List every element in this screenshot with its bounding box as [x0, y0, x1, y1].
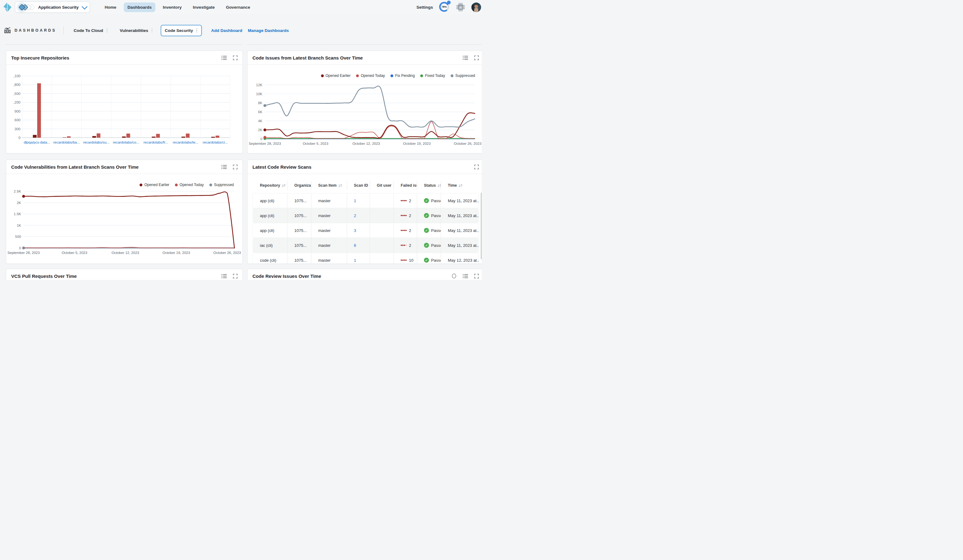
- cell-failed-issues: 2: [394, 238, 417, 253]
- x-axis-tick-label: October 5, 2023: [303, 142, 328, 146]
- manage-dashboards-link[interactable]: Manage Dashboards: [248, 28, 289, 33]
- primary-nav: HomeDashboardsInventoryInvestigateGovern…: [101, 2, 254, 12]
- panel-top-insecure-repositories: Top Insecure Repositories ,100,800,500,2…: [6, 50, 243, 154]
- list-view-icon[interactable]: [221, 165, 227, 169]
- column-header-failed-issu[interactable]: Failed issu: [394, 181, 417, 190]
- expand-icon[interactable]: [474, 274, 479, 278]
- dashboard-tab-code-security[interactable]: Code Security: [160, 25, 202, 36]
- list-view-icon[interactable]: [221, 55, 227, 60]
- repository-link[interactable]: recardolabs/te...: [173, 141, 198, 144]
- expand-icon[interactable]: [233, 274, 238, 278]
- cell-scan-item: master: [311, 208, 347, 223]
- table-row[interactable]: code (cli)1075...master110✓PassedMay 12,…: [253, 253, 479, 264]
- sort-icon[interactable]: [282, 184, 286, 187]
- legend-item-suppressed[interactable]: Suppressed: [451, 73, 475, 78]
- scan-id-link[interactable]: 1: [354, 199, 356, 203]
- repository-link[interactable]: dlpqa/pcs-data...: [24, 141, 50, 144]
- column-header-scan-item[interactable]: Scan Item: [311, 181, 347, 190]
- nav-item-inventory[interactable]: Inventory: [159, 2, 185, 12]
- kebab-menu-icon[interactable]: [196, 28, 198, 33]
- column-header-time[interactable]: Time: [441, 181, 479, 190]
- repository-link[interactable]: recardolabs/fr...: [144, 141, 168, 144]
- y-axis-tick-label: 1K: [17, 223, 21, 227]
- nav-item-investigate[interactable]: Investigate: [189, 2, 219, 12]
- legend-item-opened-today[interactable]: Opened Today: [175, 183, 204, 187]
- kebab-menu-icon[interactable]: [106, 28, 108, 33]
- y-axis-tick-label: 0: [19, 246, 21, 250]
- column-header-scan-id[interactable]: Scan ID: [347, 181, 370, 190]
- legend-item-opened-earlier[interactable]: Opened Earlier: [139, 183, 169, 187]
- kebab-menu-icon[interactable]: [151, 28, 153, 33]
- sort-icon[interactable]: [437, 184, 441, 187]
- panel-title: Code Review Issues Over Time: [253, 274, 452, 279]
- cell-status: ✓Passed: [417, 253, 441, 264]
- expand-icon[interactable]: [233, 55, 238, 60]
- legend-dot-icon: [420, 74, 423, 77]
- dashboard-tab-code-to-cloud[interactable]: Code To Cloud: [70, 25, 112, 36]
- y-axis-tick-label: 500: [15, 235, 21, 238]
- legend-label: Opened Today: [180, 183, 204, 187]
- list-view-icon[interactable]: [221, 274, 227, 278]
- column-header-repository[interactable]: Repository: [253, 181, 287, 190]
- legend-item-fix-pending[interactable]: Fix Pending: [391, 73, 415, 78]
- legend-item-suppressed[interactable]: Suppressed: [209, 183, 234, 187]
- sort-icon[interactable]: [459, 184, 463, 187]
- legend-item-opened-earlier[interactable]: Opened Earlier: [321, 73, 351, 78]
- table-row[interactable]: app (cli)1075...master32✓PassedMay 11, 2…: [253, 223, 479, 238]
- ai-copilot-icon[interactable]: AI: [456, 2, 465, 12]
- scan-id-link[interactable]: 2: [354, 213, 356, 218]
- legend-item-opened-today[interactable]: Opened Today: [356, 73, 385, 78]
- product-selector-dropdown[interactable]: Application Security: [15, 2, 90, 13]
- expand-icon[interactable]: [474, 55, 479, 60]
- severity-dots-icon: [401, 215, 407, 216]
- list-view-icon[interactable]: [463, 55, 468, 60]
- nav-item-home[interactable]: Home: [101, 2, 120, 12]
- dashboard-tab-vulnerabilities[interactable]: Vulnerabilities: [116, 25, 157, 36]
- legend-item-fixed-today[interactable]: Fixed Today: [420, 73, 445, 78]
- repository-link[interactable]: recardolabs/ba...: [54, 141, 80, 144]
- progress-ring-value: 78%: [441, 5, 447, 8]
- cell-git-user: [370, 208, 394, 223]
- column-header-organizat[interactable]: Organizat: [287, 181, 311, 190]
- scan-id-link[interactable]: 1: [354, 258, 356, 263]
- cell-scan-id: 1: [347, 193, 370, 208]
- sort-icon[interactable]: [338, 184, 342, 187]
- repository-link[interactable]: recardolabs/co...: [113, 141, 139, 144]
- y-axis-tick-label: ,500: [14, 92, 21, 95]
- scan-id-link[interactable]: 3: [354, 228, 356, 233]
- column-header-label: Repository: [260, 183, 280, 188]
- cell-organization: 1075...: [287, 238, 311, 253]
- table-row[interactable]: app (cli)1075...master12✓PassedMay 11, 2…: [253, 193, 479, 208]
- settings-link[interactable]: Settings: [417, 5, 433, 10]
- table-scrollbar[interactable]: [481, 193, 481, 259]
- y-axis-tick-label: ,800: [14, 83, 21, 86]
- repository-link[interactable]: recardolabs/su...: [83, 141, 109, 144]
- nav-item-dashboards[interactable]: Dashboards: [124, 2, 156, 12]
- nav-item-governance[interactable]: Governance: [222, 2, 254, 12]
- cell-git-user: [370, 193, 394, 208]
- expand-icon[interactable]: [474, 165, 479, 169]
- repository-link[interactable]: recardolabs/ci...: [203, 141, 228, 144]
- y-axis-tick-label: 10K: [256, 92, 263, 96]
- failed-issues-count: 2: [409, 213, 411, 218]
- add-dashboard-link[interactable]: Add Dashboard: [211, 28, 243, 33]
- scan-id-link[interactable]: 6: [354, 243, 356, 248]
- diamonds-icon: [19, 4, 35, 10]
- table-row[interactable]: iac (cli)1075...master62✓PassedMay 11, 2…: [253, 238, 479, 253]
- y-axis-tick-label: 2.5K: [14, 189, 21, 193]
- y-axis-tick-label: 8K: [258, 101, 263, 105]
- chevron-down-icon: [81, 4, 87, 9]
- cell-time: May 11, 2023 at...: [441, 238, 479, 253]
- legend-dot-icon: [139, 184, 143, 186]
- progress-ring[interactable]: 78%: [439, 2, 450, 12]
- y-axis-tick-label: 4K: [258, 119, 263, 123]
- y-axis-tick-label: 1.5K: [14, 212, 21, 216]
- table-row[interactable]: app (cli)1075...master22✓PassedMay 11, 2…: [253, 208, 479, 223]
- cell-scan-id: 3: [347, 223, 370, 238]
- column-header-status[interactable]: Status: [417, 181, 441, 190]
- list-view-icon[interactable]: [463, 274, 468, 278]
- legend-label: Fix Pending: [395, 73, 415, 78]
- column-header-git-user[interactable]: Git user: [370, 181, 394, 190]
- user-avatar[interactable]: [472, 2, 481, 12]
- expand-icon[interactable]: [233, 165, 238, 169]
